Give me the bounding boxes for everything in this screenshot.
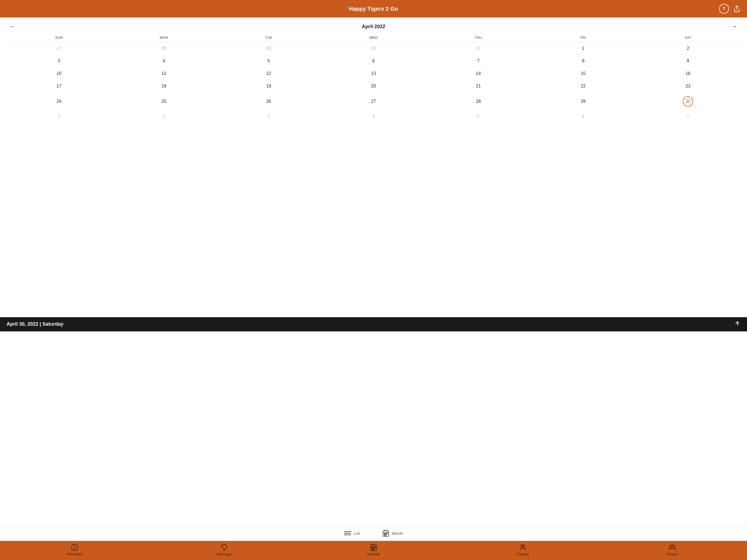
day-headers: SUN MON TUE WED THU FRI SAT xyxy=(6,34,741,41)
calendar-day-0-2[interactable]: 29 xyxy=(216,42,321,55)
calendar-month-icon xyxy=(382,529,390,537)
calendar-day-3-3[interactable]: 20 xyxy=(321,80,426,93)
calendar-day-5-1[interactable]: 2 xyxy=(111,110,216,123)
calendar-day-5-6[interactable]: 7 xyxy=(636,110,741,123)
nav-item-information-label: Information xyxy=(67,552,83,556)
information-icon xyxy=(71,543,78,551)
svg-rect-9 xyxy=(384,533,385,534)
svg-rect-25 xyxy=(372,549,372,550)
day-header-sun: SUN xyxy=(6,34,111,41)
calendar-day-5-4[interactable]: 5 xyxy=(426,110,531,123)
svg-rect-10 xyxy=(386,533,386,534)
svg-rect-13 xyxy=(386,535,386,535)
calendar-day-0-0[interactable]: 27 xyxy=(6,42,111,55)
calendar-day-3-5[interactable]: 22 xyxy=(531,80,636,93)
svg-point-31 xyxy=(673,545,675,547)
svg-marker-17 xyxy=(221,544,227,551)
nav-item-classes[interactable]: Classes xyxy=(513,543,532,556)
calendar-container: ← April 2022 → SUN MON TUE WED THU FRI S… xyxy=(0,18,747,317)
arrow-up-icon xyxy=(735,321,741,327)
svg-rect-11 xyxy=(387,533,387,534)
calendar-day-2-0[interactable]: 10 xyxy=(6,67,111,80)
calendar-day-1-1[interactable]: 4 xyxy=(111,55,216,67)
share-icon xyxy=(733,5,741,12)
list-icon xyxy=(344,530,351,536)
svg-rect-26 xyxy=(373,549,374,550)
list-view-toggle[interactable]: List xyxy=(344,530,360,536)
month-view-label: Month xyxy=(392,531,403,536)
day-header-wed: WED xyxy=(321,34,426,41)
calendar-day-0-1[interactable]: 28 xyxy=(111,42,216,55)
calendar-day-2-5[interactable]: 15 xyxy=(531,67,636,80)
calendar-day-1-6[interactable]: 9 xyxy=(636,55,741,67)
share-button[interactable] xyxy=(733,5,741,12)
calendar-day-2-4[interactable]: 14 xyxy=(426,67,531,80)
next-month-button[interactable]: → xyxy=(728,22,741,31)
selected-date-text: April 30, 2022 | Saturday xyxy=(6,321,63,327)
calendar-day-0-5[interactable]: 1 xyxy=(531,42,636,55)
app-header: Happy Tigers 2 Go ? xyxy=(0,0,747,18)
calendar-day-4-2[interactable]: 26 xyxy=(216,93,321,110)
day-header-thu: THU xyxy=(426,34,531,41)
nav-item-calendar[interactable]: Calendar xyxy=(364,543,383,556)
bottom-nav: Information Messages Calendar xyxy=(0,541,747,560)
calendar-day-0-3[interactable]: 30 xyxy=(321,42,426,55)
calendar-day-5-5[interactable]: 6 xyxy=(531,110,636,123)
calendar-day-2-1[interactable]: 11 xyxy=(111,67,216,80)
nav-item-calendar-label: Calendar xyxy=(367,552,380,556)
calendar-day-5-0[interactable]: 1 xyxy=(6,110,111,123)
svg-rect-12 xyxy=(384,535,385,535)
groups-icon xyxy=(669,543,676,551)
header-actions: ? xyxy=(719,4,741,14)
day-header-sat: SAT xyxy=(636,34,741,41)
month-view-toggle[interactable]: Month xyxy=(382,529,403,537)
calendar-day-4-4[interactable]: 28 xyxy=(426,93,531,110)
calendar-day-1-3[interactable]: 6 xyxy=(321,55,426,67)
calendar-day-4-6[interactable]: 30 xyxy=(636,93,741,110)
calendar-day-3-1[interactable]: 18 xyxy=(111,80,216,93)
calendar-day-5-2[interactable]: 3 xyxy=(216,110,321,123)
day-header-tue: TUE xyxy=(216,34,321,41)
calendar-day-0-6[interactable]: 2 xyxy=(636,42,741,55)
nav-item-messages-label: Messages xyxy=(216,552,232,556)
nav-item-groups-label: Groups xyxy=(667,552,677,556)
nav-item-information[interactable]: Information xyxy=(65,543,84,556)
prev-month-button[interactable]: ← xyxy=(6,22,19,31)
svg-rect-23 xyxy=(373,548,374,548)
help-button[interactable]: ? xyxy=(719,4,729,14)
app-title: Happy Tigers 2 Go xyxy=(349,6,398,12)
month-nav: ← April 2022 → xyxy=(6,22,741,31)
svg-rect-22 xyxy=(372,548,372,548)
list-view-label: List xyxy=(354,531,360,536)
calendar-day-1-2[interactable]: 5 xyxy=(216,55,321,67)
calendar-day-2-2[interactable]: 12 xyxy=(216,67,321,80)
calendar-day-3-0[interactable]: 17 xyxy=(6,80,111,93)
nav-item-messages[interactable]: Messages xyxy=(215,543,234,556)
scroll-up-button[interactable] xyxy=(735,321,741,328)
nav-item-classes-label: Classes xyxy=(517,552,529,556)
view-toggle: List Month xyxy=(0,525,747,541)
calendar-day-1-4[interactable]: 7 xyxy=(426,55,531,67)
calendar-day-3-6[interactable]: 23 xyxy=(636,80,741,93)
calendar-day-1-0[interactable]: 3 xyxy=(6,55,111,67)
calendar-icon xyxy=(370,543,377,551)
svg-point-29 xyxy=(670,545,671,547)
svg-point-28 xyxy=(523,545,525,547)
month-title: April 2022 xyxy=(362,24,385,29)
calendar-day-5-3[interactable]: 4 xyxy=(321,110,426,123)
calendar-day-2-6[interactable]: 16 xyxy=(636,67,741,80)
calendar-day-4-1[interactable]: 25 xyxy=(111,93,216,110)
calendar-day-3-4[interactable]: 21 xyxy=(426,80,531,93)
calendar-day-2-3[interactable]: 13 xyxy=(321,67,426,80)
day-header-fri: FRI xyxy=(531,34,636,41)
calendar-day-0-4[interactable]: 31 xyxy=(426,42,531,55)
calendar-day-4-5[interactable]: 29 xyxy=(531,93,636,110)
calendar-day-4-0[interactable]: 24 xyxy=(6,93,111,110)
messages-icon xyxy=(221,543,228,551)
selected-date-bar: April 30, 2022 | Saturday xyxy=(0,317,747,331)
svg-rect-24 xyxy=(374,548,375,548)
calendar-day-4-3[interactable]: 27 xyxy=(321,93,426,110)
calendar-day-3-2[interactable]: 19 xyxy=(216,80,321,93)
calendar-day-1-5[interactable]: 8 xyxy=(531,55,636,67)
nav-item-groups[interactable]: Groups xyxy=(663,543,682,556)
